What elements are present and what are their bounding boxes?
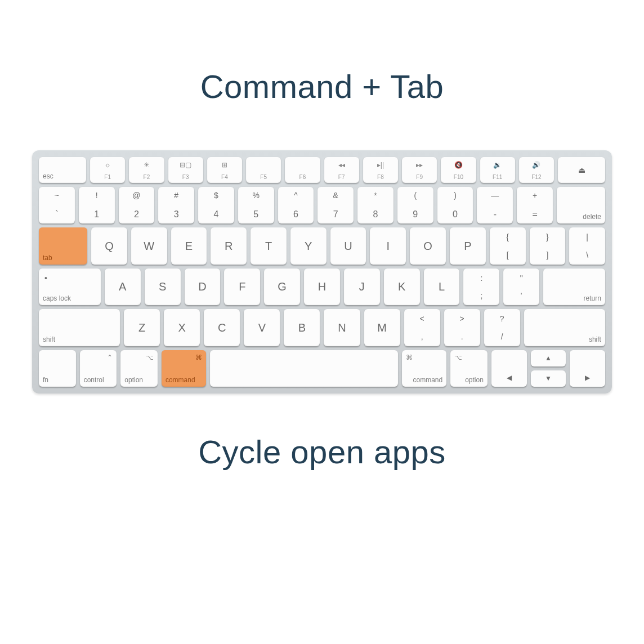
key-f5[interactable]: F5 [246, 157, 281, 183]
key-y[interactable]: Y [290, 227, 327, 264]
key-command-right[interactable]: ⌘command [402, 350, 446, 387]
key-b[interactable]: B [284, 309, 320, 346]
key-f8[interactable]: ▸||F8 [363, 157, 398, 183]
key-f6[interactable]: F6 [285, 157, 320, 183]
key-space[interactable] [210, 350, 399, 387]
key-fn[interactable]: fn [39, 350, 76, 387]
key-q[interactable]: Q [91, 227, 127, 264]
key-0[interactable]: )0 [437, 187, 473, 223]
key-quote[interactable]: "' [503, 269, 539, 305]
key-label: shift [589, 336, 601, 343]
key-f9[interactable]: ▸▸F9 [402, 157, 437, 183]
key-7[interactable]: &7 [317, 187, 354, 223]
key-d[interactable]: D [185, 269, 221, 305]
key-delete[interactable]: delete [557, 187, 605, 223]
key-label: F2 [129, 174, 164, 180]
key-arrow-up[interactable]: ▲ [531, 350, 566, 366]
key-lower: 7 [317, 209, 354, 220]
key-upper: @ [119, 191, 155, 200]
key-label: E [185, 239, 193, 252]
key-label: caps lock [43, 294, 71, 302]
key-eject[interactable]: ⏏ [558, 157, 605, 183]
key-j[interactable]: J [344, 269, 380, 305]
key-g[interactable]: G [264, 269, 300, 305]
key-h[interactable]: H [304, 269, 340, 305]
key-label: F6 [285, 174, 320, 180]
key-upper: * [357, 191, 393, 200]
key-r[interactable]: R [211, 227, 247, 264]
key-f11[interactable]: 🔉F11 [480, 157, 515, 183]
key-comma[interactable]: <, [404, 309, 440, 346]
key-p[interactable]: P [450, 227, 486, 264]
key-1[interactable]: !1 [79, 187, 115, 223]
key-upper: & [317, 191, 354, 200]
key-e[interactable]: E [171, 227, 207, 264]
key-f10[interactable]: 🔇F10 [441, 157, 476, 183]
key-6[interactable]: ^6 [278, 187, 314, 223]
key-caps-lock[interactable]: •caps lock [39, 269, 101, 305]
key-tab[interactable]: tab [39, 227, 87, 264]
row-number: ~` !1 @2 #3 $4 %5 ^6 &7 *8 (9 )0 —- += d… [39, 187, 605, 223]
key-3[interactable]: #3 [158, 187, 194, 223]
key-lower: [ [490, 251, 526, 260]
key-l[interactable]: L [424, 269, 460, 305]
key-arrow-down[interactable]: ▼ [531, 370, 566, 387]
key-f7[interactable]: ◂◂F7 [324, 157, 359, 183]
key-upper: ^ [278, 191, 314, 200]
key-f2[interactable]: ☀F2 [129, 157, 164, 183]
key-label: F4 [207, 174, 242, 180]
key-5[interactable]: %5 [238, 187, 274, 223]
key-m[interactable]: M [364, 309, 400, 346]
key-command-left[interactable]: ⌘command [162, 350, 206, 387]
key-bracket-right[interactable]: }] [530, 227, 566, 264]
key-arrow-right[interactable]: ▶ [570, 350, 605, 387]
key-label: A [119, 280, 126, 293]
key-upper: ! [79, 191, 115, 200]
key-esc[interactable]: esc [39, 157, 86, 183]
key-o[interactable]: O [410, 227, 446, 264]
key-f12[interactable]: 🔊F12 [519, 157, 554, 183]
key-2[interactable]: @2 [119, 187, 155, 223]
key-w[interactable]: W [131, 227, 167, 264]
key-lower: 0 [437, 209, 473, 220]
key-option-left[interactable]: ⌥option [120, 350, 158, 387]
option-icon: ⌥ [146, 354, 154, 361]
key-k[interactable]: K [384, 269, 420, 305]
key-shift-left[interactable]: shift [39, 309, 120, 346]
key-semicolon[interactable]: :; [463, 269, 499, 305]
key-icon: ⊟▢ [168, 161, 203, 169]
key-bracket-left[interactable]: {[ [490, 227, 526, 264]
key-return[interactable]: return [543, 269, 605, 305]
key-f1[interactable]: ☼F1 [90, 157, 125, 183]
key-i[interactable]: I [370, 227, 406, 264]
key-f[interactable]: F [224, 269, 260, 305]
key-4[interactable]: $4 [198, 187, 234, 223]
key-u[interactable]: U [330, 227, 366, 264]
key-period[interactable]: >. [444, 309, 480, 346]
key-z[interactable]: Z [124, 309, 160, 346]
key-minus[interactable]: —- [477, 187, 513, 223]
key-control[interactable]: ⌃control [80, 350, 117, 387]
key-c[interactable]: C [204, 309, 240, 346]
key-t[interactable]: T [251, 227, 287, 264]
key-label: X [178, 321, 186, 334]
key-label: fn [43, 376, 48, 384]
key-8[interactable]: *8 [357, 187, 393, 223]
key-label: option [465, 376, 484, 384]
key-equals[interactable]: += [517, 187, 553, 223]
key-f4[interactable]: ⊞F4 [207, 157, 242, 183]
key-f3[interactable]: ⊟▢F3 [168, 157, 203, 183]
key-tilde[interactable]: ~` [39, 187, 75, 223]
key-n[interactable]: N [324, 309, 360, 346]
key-9[interactable]: (9 [397, 187, 433, 223]
key-arrow-left[interactable]: ◀ [491, 350, 527, 387]
key-option-right[interactable]: ⌥option [450, 350, 488, 387]
key-label: F8 [363, 174, 398, 180]
key-a[interactable]: A [105, 269, 141, 305]
key-v[interactable]: V [244, 309, 280, 346]
key-backslash[interactable]: |\ [569, 227, 605, 264]
key-slash[interactable]: ?/ [484, 309, 520, 346]
key-s[interactable]: S [145, 269, 181, 305]
key-shift-right[interactable]: shift [524, 309, 605, 346]
key-x[interactable]: X [164, 309, 200, 346]
